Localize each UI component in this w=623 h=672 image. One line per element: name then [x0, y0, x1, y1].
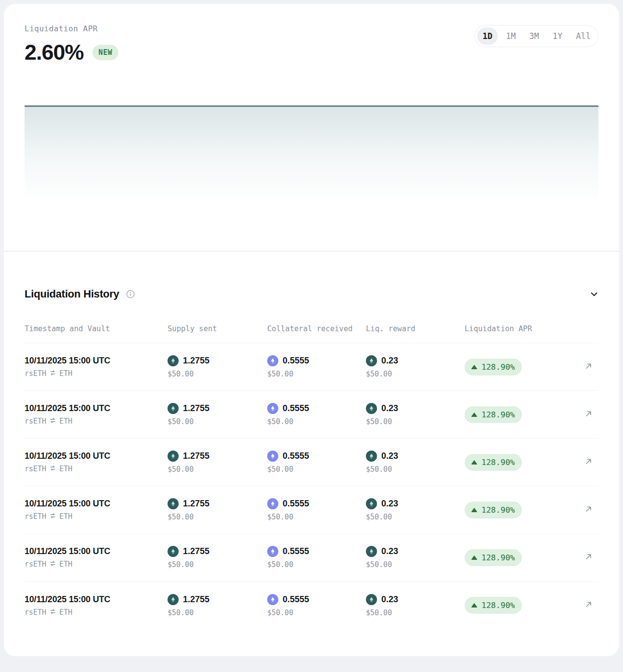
- swap-icon: [50, 512, 56, 521]
- liq-reward-usd: $50.00: [366, 465, 465, 474]
- row-vault-pair: rsETH ETH: [25, 369, 168, 378]
- triangle-up-icon: [471, 460, 477, 465]
- vault-to-label: ETH: [59, 512, 72, 521]
- liq-reward-usd: $50.00: [366, 417, 465, 426]
- vault-from-label: rsETH: [25, 465, 46, 473]
- section-divider: [4, 251, 619, 252]
- row-vault-pair: rsETH ETH: [25, 465, 168, 473]
- liq-reward-amount: 0.23: [366, 451, 465, 462]
- swap-icon: [50, 560, 56, 569]
- collateral-received-usd: $50.00: [267, 370, 366, 378]
- row-vault-pair: rsETH ETH: [25, 560, 168, 569]
- apr-value: 2.60%: [25, 40, 84, 65]
- vault-from-label: rsETH: [25, 417, 46, 426]
- eth-coin-icon: [267, 498, 278, 509]
- external-link-icon[interactable]: [584, 410, 593, 420]
- supply-sent-usd: $50.00: [168, 370, 267, 378]
- apr-badge: 128.90%: [465, 454, 522, 471]
- supply-sent-usd: $50.00: [168, 513, 267, 521]
- collateral-received-amount: 0.5555: [267, 451, 366, 462]
- timeframe-group: 1D 1M 3M 1Y All: [475, 25, 598, 47]
- collateral-received-usd: $50.00: [267, 513, 366, 521]
- apr-area-chart[interactable]: [25, 105, 598, 226]
- timeframe-1m[interactable]: 1M: [501, 27, 521, 45]
- external-link-icon[interactable]: [584, 362, 593, 372]
- rseth-coin-icon: [366, 403, 377, 414]
- table-header-row: Timestamp and Vault Supply sent Collater…: [25, 324, 598, 343]
- vault-to-label: ETH: [59, 560, 72, 569]
- collateral-received-usd: $50.00: [267, 417, 366, 426]
- table-row[interactable]: 10/11/2025 15:00 UTC rsETH ETH: [25, 439, 598, 486]
- row-timestamp: 10/11/2025 15:00 UTC: [25, 451, 168, 461]
- apr-label: Liquidation APR: [25, 24, 118, 33]
- rseth-coin-icon: [168, 451, 179, 462]
- vault-to-label: ETH: [59, 369, 72, 378]
- swap-icon: [50, 417, 56, 426]
- liquidation-card: Liquidation APR 2.60% NEW 1D 1M 3M 1Y Al…: [4, 4, 619, 656]
- table-row[interactable]: 10/11/2025 15:00 UTC rsETH ETH: [25, 534, 598, 582]
- supply-sent-usd: $50.00: [168, 465, 267, 474]
- swap-icon: [50, 608, 56, 617]
- rseth-coin-icon: [366, 355, 377, 366]
- vault-from-label: rsETH: [25, 512, 46, 521]
- table-row[interactable]: 10/11/2025 15:00 UTC rsETH ETH: [25, 391, 598, 439]
- supply-sent-usd: $50.00: [168, 417, 267, 426]
- supply-sent-usd: $50.00: [168, 560, 267, 569]
- supply-sent-amount: 1.2755: [168, 594, 267, 605]
- collateral-received-amount: 0.5555: [267, 546, 366, 557]
- table-row[interactable]: 10/11/2025 15:00 UTC rsETH ETH: [25, 582, 598, 629]
- chevron-down-icon[interactable]: [590, 290, 598, 298]
- vault-from-label: rsETH: [25, 608, 46, 617]
- supply-sent-amount: 1.2755: [168, 355, 267, 366]
- info-icon[interactable]: [126, 290, 135, 298]
- timeframe-1d[interactable]: 1D: [477, 27, 497, 45]
- external-link-icon[interactable]: [584, 457, 593, 467]
- rseth-coin-icon: [168, 403, 179, 414]
- rseth-coin-icon: [168, 498, 179, 509]
- col-timestamp-vault: Timestamp and Vault: [25, 324, 168, 333]
- eth-coin-icon: [267, 403, 278, 414]
- apr-badge: 128.90%: [465, 359, 522, 375]
- rseth-coin-icon: [366, 546, 377, 557]
- col-liq-reward: Liq. reward: [366, 324, 465, 333]
- collateral-received-amount: 0.5555: [267, 498, 366, 509]
- vault-from-label: rsETH: [25, 560, 46, 569]
- swap-icon: [50, 465, 56, 473]
- rseth-coin-icon: [168, 355, 179, 366]
- col-liquidation-apr: Liquidation APR: [465, 324, 579, 333]
- col-collateral-received: Collateral received: [267, 324, 366, 333]
- apr-badge: 128.90%: [465, 597, 522, 614]
- supply-sent-amount: 1.2755: [168, 546, 267, 557]
- external-link-icon[interactable]: [584, 553, 593, 563]
- vault-from-label: rsETH: [25, 369, 46, 378]
- external-link-icon[interactable]: [584, 600, 593, 610]
- triangle-up-icon: [471, 413, 477, 417]
- rseth-coin-icon: [168, 594, 179, 605]
- table-row[interactable]: 10/11/2025 15:00 UTC rsETH ETH: [25, 486, 598, 534]
- liq-reward-usd: $50.00: [366, 608, 465, 617]
- collateral-received-usd: $50.00: [267, 608, 366, 617]
- supply-sent-usd: $50.00: [168, 608, 267, 617]
- row-timestamp: 10/11/2025 15:00 UTC: [25, 594, 168, 605]
- collateral-received-usd: $50.00: [267, 465, 366, 474]
- liq-reward-usd: $50.00: [366, 513, 465, 521]
- row-timestamp: 10/11/2025 15:00 UTC: [25, 356, 168, 366]
- row-vault-pair: rsETH ETH: [25, 417, 168, 426]
- collateral-received-usd: $50.00: [267, 560, 366, 569]
- timeframe-all[interactable]: All: [571, 27, 596, 45]
- eth-coin-icon: [267, 355, 278, 366]
- history-title: Liquidation History: [25, 288, 119, 300]
- timeframe-3m[interactable]: 3M: [524, 27, 544, 45]
- eth-coin-icon: [267, 546, 278, 557]
- triangle-up-icon: [471, 603, 477, 607]
- vault-to-label: ETH: [59, 608, 72, 617]
- rseth-coin-icon: [366, 498, 377, 509]
- table-row[interactable]: 10/11/2025 15:00 UTC rsETH ETH: [25, 343, 598, 391]
- new-badge: NEW: [92, 45, 119, 60]
- row-vault-pair: rsETH ETH: [25, 608, 168, 617]
- external-link-icon[interactable]: [584, 505, 593, 515]
- liq-reward-usd: $50.00: [366, 370, 465, 378]
- timeframe-1y[interactable]: 1Y: [547, 27, 568, 45]
- triangle-up-icon: [471, 556, 477, 560]
- row-timestamp: 10/11/2025 15:00 UTC: [25, 546, 168, 556]
